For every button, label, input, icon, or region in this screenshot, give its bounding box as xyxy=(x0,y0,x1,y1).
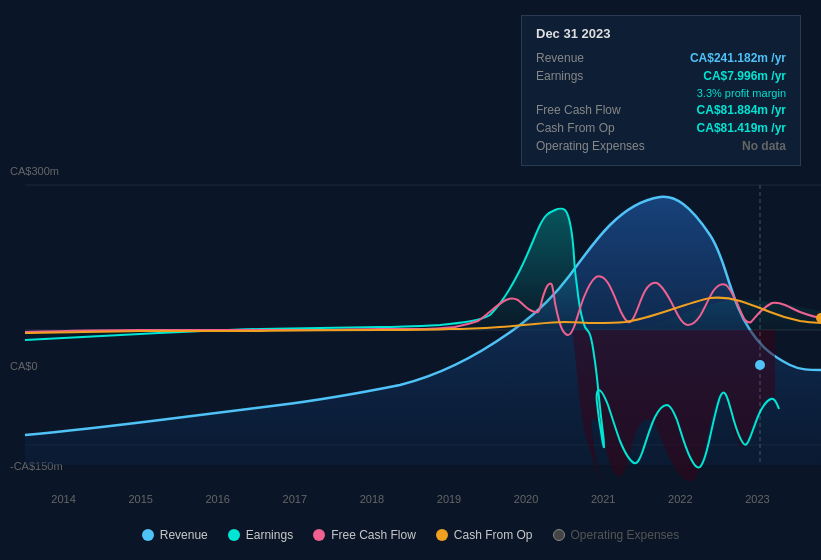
legend-cashfromop[interactable]: Cash From Op xyxy=(436,528,533,542)
x-label-2017: 2017 xyxy=(283,493,307,505)
legend-fcf[interactable]: Free Cash Flow xyxy=(313,528,416,542)
legend-label-cashfromop: Cash From Op xyxy=(454,528,533,542)
tooltip-value-opex: No data xyxy=(742,139,786,153)
tooltip-row-earnings: Earnings CA$7.996m /yr xyxy=(536,67,786,85)
legend-label-earnings: Earnings xyxy=(246,528,293,542)
tooltip-label-revenue: Revenue xyxy=(536,51,646,65)
tooltip-label-fcf: Free Cash Flow xyxy=(536,103,646,117)
tooltip-value-earnings: CA$7.996m /yr xyxy=(703,69,786,83)
tooltip-label-earnings: Earnings xyxy=(536,69,646,83)
x-label-2020: 2020 xyxy=(514,493,538,505)
tooltip-row-opex: Operating Expenses No data xyxy=(536,137,786,155)
tooltip-value-revenue: CA$241.182m /yr xyxy=(690,51,786,65)
x-label-2021: 2021 xyxy=(591,493,615,505)
legend-dot-cashfromop xyxy=(436,529,448,541)
revenue-dot xyxy=(755,360,765,370)
legend-dot-earnings xyxy=(228,529,240,541)
legend-dot-revenue xyxy=(142,529,154,541)
x-label-2016: 2016 xyxy=(205,493,229,505)
legend-label-revenue: Revenue xyxy=(160,528,208,542)
tooltip-card: Dec 31 2023 Revenue CA$241.182m /yr Earn… xyxy=(521,15,801,166)
legend-revenue[interactable]: Revenue xyxy=(142,528,208,542)
tooltip-row-margin: 3.3% profit margin xyxy=(536,85,786,101)
tooltip-row-cashfromop: Cash From Op CA$81.419m /yr xyxy=(536,119,786,137)
tooltip-value-cashfromop: CA$81.419m /yr xyxy=(697,121,786,135)
legend-label-opex: Operating Expenses xyxy=(571,528,680,542)
legend-label-fcf: Free Cash Flow xyxy=(331,528,416,542)
chart-container: Dec 31 2023 Revenue CA$241.182m /yr Earn… xyxy=(0,0,821,560)
tooltip-profit-margin: 3.3% profit margin xyxy=(693,87,786,99)
tooltip-date: Dec 31 2023 xyxy=(536,26,786,41)
x-label-2022: 2022 xyxy=(668,493,692,505)
legend-opex[interactable]: Operating Expenses xyxy=(553,528,680,542)
tooltip-value-fcf: CA$81.884m /yr xyxy=(697,103,786,117)
tooltip-row-fcf: Free Cash Flow CA$81.884m /yr xyxy=(536,101,786,119)
tooltip-label-opex: Operating Expenses xyxy=(536,139,646,153)
x-label-2019: 2019 xyxy=(437,493,461,505)
tooltip-row-revenue: Revenue CA$241.182m /yr xyxy=(536,49,786,67)
tooltip-label-cashfromop: Cash From Op xyxy=(536,121,646,135)
x-label-2014: 2014 xyxy=(51,493,75,505)
legend: Revenue Earnings Free Cash Flow Cash Fro… xyxy=(0,528,821,542)
x-label-2018: 2018 xyxy=(360,493,384,505)
legend-dot-fcf xyxy=(313,529,325,541)
chart-svg xyxy=(0,155,821,495)
x-axis: 2014 2015 2016 2017 2018 2019 2020 2021 … xyxy=(0,493,821,505)
legend-earnings[interactable]: Earnings xyxy=(228,528,293,542)
x-label-2023: 2023 xyxy=(745,493,769,505)
legend-dot-opex xyxy=(553,529,565,541)
x-label-2015: 2015 xyxy=(128,493,152,505)
